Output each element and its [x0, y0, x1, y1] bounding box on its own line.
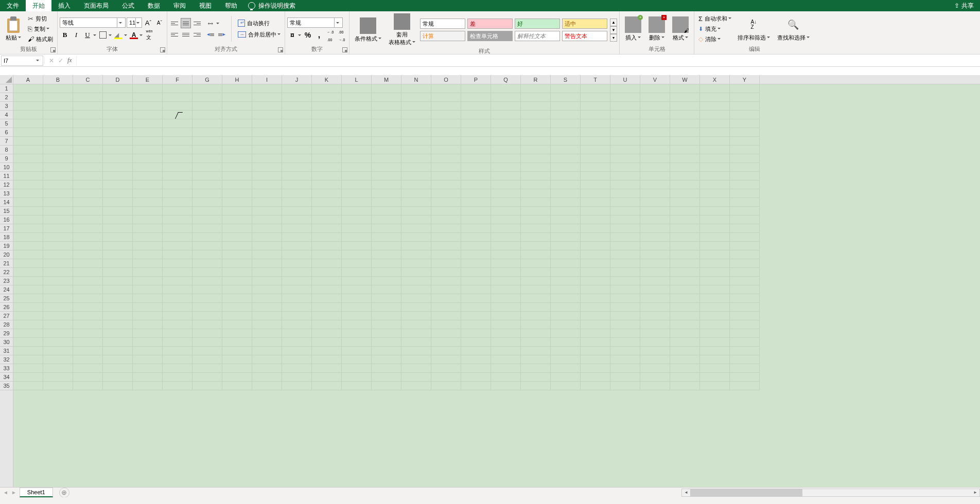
cell[interactable] — [581, 172, 610, 181]
cell[interactable] — [43, 84, 73, 93]
cell[interactable] — [222, 233, 252, 242]
cell[interactable] — [551, 285, 581, 294]
row-header[interactable]: 28 — [0, 320, 13, 329]
cell[interactable] — [133, 207, 163, 215]
cell[interactable] — [252, 347, 282, 355]
cell[interactable] — [163, 373, 192, 382]
cell[interactable] — [252, 224, 282, 233]
cell[interactable] — [401, 119, 431, 128]
cell[interactable] — [163, 382, 192, 390]
cell[interactable] — [192, 137, 222, 146]
cell[interactable] — [252, 233, 282, 242]
cell[interactable] — [73, 382, 103, 390]
cell[interactable] — [431, 189, 461, 198]
cell[interactable] — [103, 373, 133, 382]
cell[interactable] — [551, 102, 581, 111]
align-center-button[interactable] — [181, 29, 191, 40]
cell[interactable] — [43, 224, 73, 233]
cell[interactable] — [730, 111, 760, 119]
cell[interactable] — [222, 303, 252, 312]
cell[interactable] — [372, 189, 401, 198]
cell[interactable] — [640, 172, 670, 181]
cell[interactable] — [670, 382, 700, 390]
increase-indent-button[interactable] — [217, 29, 227, 40]
cell[interactable] — [103, 312, 133, 320]
cell[interactable] — [640, 207, 670, 215]
cell[interactable] — [401, 338, 431, 347]
cell[interactable] — [521, 181, 551, 189]
cell[interactable] — [103, 93, 133, 102]
cell[interactable] — [13, 303, 43, 312]
cell[interactable] — [730, 181, 760, 189]
cell[interactable] — [401, 198, 431, 207]
cell[interactable] — [401, 93, 431, 102]
cell[interactable] — [521, 102, 551, 111]
cell[interactable] — [521, 189, 551, 198]
clipboard-dialog-launcher[interactable] — [50, 47, 56, 52]
align-bottom-button[interactable] — [192, 18, 202, 28]
cell[interactable] — [551, 224, 581, 233]
cell[interactable] — [103, 215, 133, 224]
cell[interactable] — [610, 119, 640, 128]
cell[interactable] — [222, 250, 252, 259]
wrap-text-button[interactable]: 自动换行 — [236, 18, 283, 28]
cell[interactable] — [372, 338, 401, 347]
cell[interactable] — [13, 320, 43, 329]
cell[interactable] — [581, 277, 610, 285]
cell[interactable] — [730, 189, 760, 198]
cell[interactable] — [670, 242, 700, 250]
cell[interactable] — [133, 233, 163, 242]
cell[interactable] — [521, 285, 551, 294]
column-header[interactable]: T — [581, 75, 610, 84]
cell[interactable] — [252, 154, 282, 163]
cell[interactable] — [461, 329, 491, 338]
cell[interactable] — [252, 102, 282, 111]
cell[interactable] — [133, 294, 163, 303]
menu-tab-审阅[interactable]: 审阅 — [167, 0, 192, 11]
format-as-table-button[interactable]: 套用 表格格式 — [386, 12, 418, 47]
cell[interactable] — [192, 172, 222, 181]
cell[interactable] — [461, 294, 491, 303]
cell[interactable] — [491, 250, 521, 259]
cell[interactable] — [610, 128, 640, 137]
cell[interactable] — [133, 250, 163, 259]
cell[interactable] — [670, 277, 700, 285]
cell[interactable] — [670, 119, 700, 128]
cell[interactable] — [491, 338, 521, 347]
row-header[interactable]: 11 — [0, 172, 13, 181]
cell[interactable] — [282, 355, 312, 364]
cell[interactable] — [163, 285, 192, 294]
cell[interactable] — [551, 329, 581, 338]
cell[interactable] — [551, 373, 581, 382]
cell[interactable] — [700, 233, 730, 242]
align-right-button[interactable] — [192, 29, 202, 40]
cell[interactable] — [670, 84, 700, 93]
cell[interactable] — [222, 320, 252, 329]
cell[interactable] — [551, 242, 581, 250]
cell[interactable] — [133, 198, 163, 207]
cell[interactable] — [73, 207, 103, 215]
cell[interactable] — [610, 294, 640, 303]
cell[interactable] — [282, 277, 312, 285]
cell[interactable] — [700, 163, 730, 172]
cell[interactable] — [431, 111, 461, 119]
cell[interactable] — [700, 277, 730, 285]
cell[interactable] — [222, 128, 252, 137]
cell[interactable] — [700, 382, 730, 390]
cell[interactable] — [670, 181, 700, 189]
cell[interactable] — [461, 163, 491, 172]
cell[interactable] — [13, 84, 43, 93]
cell[interactable] — [252, 189, 282, 198]
menu-tab-数据[interactable]: 数据 — [141, 0, 167, 11]
cell[interactable] — [163, 364, 192, 373]
cell[interactable] — [521, 364, 551, 373]
cell[interactable] — [581, 163, 610, 172]
cell[interactable] — [73, 355, 103, 364]
cell[interactable] — [133, 137, 163, 146]
cell[interactable] — [192, 277, 222, 285]
cell[interactable] — [461, 111, 491, 119]
cell[interactable] — [312, 277, 342, 285]
cell[interactable] — [43, 189, 73, 198]
cell[interactable] — [401, 382, 431, 390]
cell[interactable] — [43, 294, 73, 303]
